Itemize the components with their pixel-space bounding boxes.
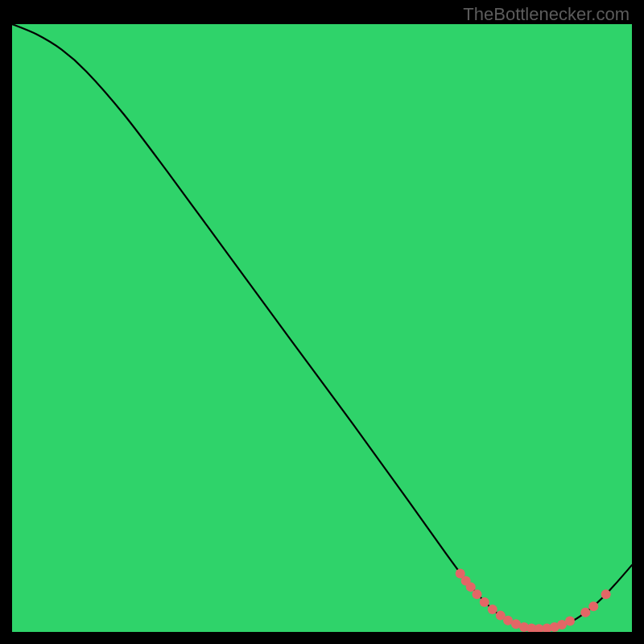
data-marker [488,605,497,614]
data-marker [473,589,482,599]
chart-svg [12,24,632,632]
data-marker [601,589,611,599]
chart-frame: TheBottlenecker.com [0,0,644,644]
data-marker [580,608,590,617]
data-marker [480,597,489,607]
data-marker [588,601,598,611]
gradient-background [12,24,632,632]
watermark-label: TheBottlenecker.com [463,4,630,25]
data-marker [565,616,575,625]
plot-area [12,24,632,632]
